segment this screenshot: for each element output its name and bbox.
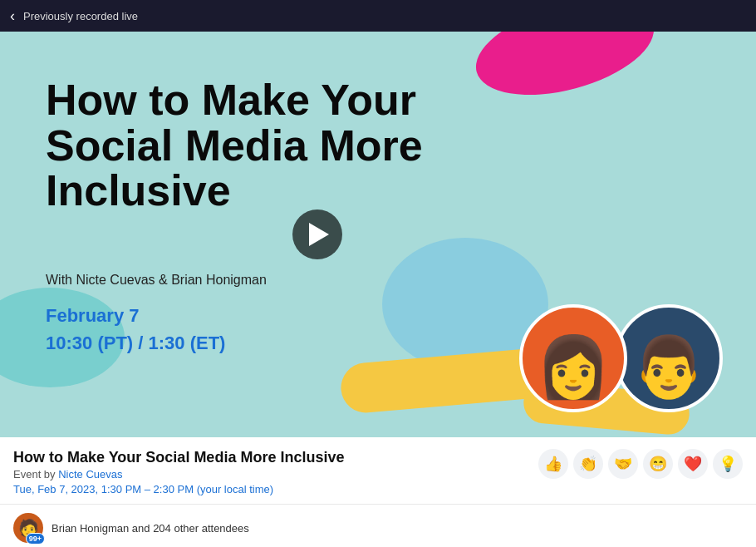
event-organizer: Event by Nicte Cuevas	[13, 468, 344, 480]
attendee-badge: 99+	[26, 533, 45, 545]
back-button[interactable]: ‹	[10, 7, 15, 25]
attendee-avatar: 🧑 99+	[13, 513, 43, 543]
event-info: How to Make Your Social Media More Inclu…	[0, 437, 756, 505]
reaction-lightbulb[interactable]: 💡	[713, 449, 743, 479]
play-button[interactable]	[292, 209, 342, 259]
attendees-row: 🧑 99+ Brian Honigman and 204 other atten…	[0, 505, 756, 547]
event-title: How to Make Your Social Media More Inclu…	[13, 449, 344, 466]
speaker-avatar-1: 👩	[519, 304, 627, 412]
play-icon	[309, 223, 329, 246]
video-date: February 7 10:30 (PT) / 1:30 (ET)	[46, 302, 225, 357]
event-datetime: Tue, Feb 7, 2023, 1:30 PM – 2:30 PM (you…	[13, 483, 344, 495]
video-title: How to Make Your Social Media More Inclu…	[46, 77, 478, 214]
top-bar: ‹ Previously recorded live	[0, 0, 756, 32]
video-subtitle: With Nicte Cuevas & Brian Honigman	[46, 273, 267, 288]
reactions-bar: 👍👏🤝😁❤️💡	[538, 449, 743, 479]
organizer-link[interactable]: Nicte Cuevas	[58, 468, 122, 480]
event-details: How to Make Your Social Media More Inclu…	[13, 449, 344, 495]
reaction-handshake[interactable]: 🤝	[608, 449, 638, 479]
reaction-thumbs-up[interactable]: 👍	[538, 449, 568, 479]
speaker-avatar-2: 👨	[615, 304, 723, 412]
blob-pink	[466, 32, 664, 112]
speaker-avatars: 👩 👨	[519, 304, 723, 412]
reaction-grinning[interactable]: 😁	[643, 449, 673, 479]
top-bar-label: Previously recorded live	[23, 10, 138, 22]
attendees-text: Brian Honigman and 204 other attendees	[52, 522, 249, 535]
reaction-clapping[interactable]: 👏	[573, 449, 603, 479]
info-top-row: How to Make Your Social Media More Inclu…	[13, 449, 743, 495]
reaction-heart[interactable]: ❤️	[678, 449, 708, 479]
video-thumbnail: How to Make Your Social Media More Inclu…	[0, 32, 756, 437]
